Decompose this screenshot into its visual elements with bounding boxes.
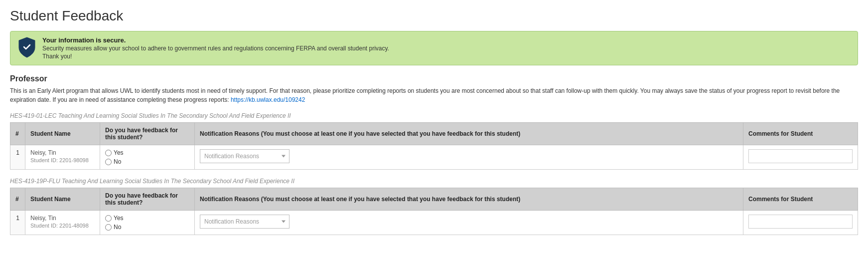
yes-radio-1[interactable] bbox=[105, 150, 112, 156]
feedback-radio-group-1: Yes No bbox=[105, 149, 189, 165]
notification-select-1[interactable]: Notification Reasons bbox=[200, 149, 289, 163]
student-id-1: Student ID: 2201-98098 bbox=[30, 157, 95, 163]
no-radio-label-1[interactable]: No bbox=[105, 158, 189, 165]
col-notification-header: Notification Reasons (You must choose at… bbox=[195, 123, 743, 145]
no-radio-1[interactable] bbox=[105, 159, 112, 165]
course-2-section: HES-419-19P-FLU Teaching And Learning So… bbox=[10, 178, 858, 235]
no-label-2: No bbox=[114, 224, 121, 231]
no-radio-label-2[interactable]: No bbox=[105, 224, 189, 231]
shield-icon bbox=[17, 36, 36, 55]
row-num-1: 1 bbox=[10, 145, 25, 170]
notification-select-2[interactable]: Notification Reasons bbox=[200, 215, 289, 229]
security-line2: Thank you! bbox=[42, 53, 389, 60]
comments-input-2[interactable] bbox=[748, 215, 853, 229]
col-num-header: # bbox=[10, 123, 25, 145]
course-2-table: # Student Name Do you have feedback for … bbox=[10, 188, 858, 235]
security-line1: Security measures allow your school to a… bbox=[42, 45, 389, 52]
professor-heading: Professor bbox=[10, 74, 858, 83]
comments-cell-1 bbox=[743, 145, 858, 170]
col-comments-header-2: Comments for Student bbox=[743, 188, 858, 211]
notification-select-wrapper-2: Notification Reasons bbox=[200, 215, 289, 229]
student-name-cell-2: Neisy, Tin Student ID: 2201-48098 bbox=[25, 211, 100, 235]
row-num-2: 1 bbox=[10, 211, 25, 235]
yes-label-1: Yes bbox=[114, 149, 124, 156]
student-id-2: Student ID: 2201-48098 bbox=[30, 223, 95, 229]
no-radio-2[interactable] bbox=[105, 224, 112, 231]
col-name-header-2: Student Name bbox=[25, 188, 100, 211]
table-row: 1 Neisy, Tin Student ID: 2201-98098 Yes … bbox=[10, 145, 858, 170]
professor-description: This is an Early Alert program that allo… bbox=[10, 86, 858, 104]
course-1-title: HES-419-01-LEC Teaching And Learning Soc… bbox=[10, 112, 858, 119]
feedback-cell-2: Yes No bbox=[100, 211, 195, 235]
course-1-section: HES-419-01-LEC Teaching And Learning Soc… bbox=[10, 112, 858, 170]
student-name-2: Neisy, Tin bbox=[30, 215, 95, 222]
notification-select-wrapper-1: Notification Reasons bbox=[200, 149, 289, 163]
security-banner: Your information is secure. Security mea… bbox=[10, 31, 858, 65]
yes-label-2: Yes bbox=[114, 215, 124, 222]
professor-section: Professor This is an Early Alert program… bbox=[10, 74, 858, 104]
yes-radio-label-1[interactable]: Yes bbox=[105, 149, 189, 156]
no-label-1: No bbox=[114, 158, 121, 165]
page-title: Student Feedback bbox=[10, 8, 858, 24]
table-header-row-2: # Student Name Do you have feedback for … bbox=[10, 188, 858, 211]
feedback-radio-group-2: Yes No bbox=[105, 215, 189, 231]
feedback-cell-1: Yes No bbox=[100, 145, 195, 170]
col-feedback-header-2: Do you have feedback for this student? bbox=[100, 188, 195, 211]
course-1-table: # Student Name Do you have feedback for … bbox=[10, 122, 858, 170]
student-name-1: Neisy, Tin bbox=[30, 149, 95, 156]
security-text: Your information is secure. Security mea… bbox=[42, 36, 389, 60]
col-feedback-header: Do you have feedback for this student? bbox=[100, 123, 195, 145]
col-comments-header: Comments for Student bbox=[743, 123, 858, 145]
student-name-cell-1: Neisy, Tin Student ID: 2201-98098 bbox=[25, 145, 100, 170]
col-name-header: Student Name bbox=[25, 123, 100, 145]
comments-input-1[interactable] bbox=[748, 149, 853, 163]
security-title: Your information is secure. bbox=[42, 36, 126, 44]
col-notification-header-2: Notification Reasons (You must choose at… bbox=[195, 188, 743, 211]
comments-cell-2 bbox=[743, 211, 858, 235]
kb-link[interactable]: https://kb.uwlax.edu/109242 bbox=[231, 96, 305, 103]
course-2-title: HES-419-19P-FLU Teaching And Learning So… bbox=[10, 178, 858, 185]
yes-radio-2[interactable] bbox=[105, 215, 112, 222]
table-header-row: # Student Name Do you have feedback for … bbox=[10, 123, 858, 145]
table-row-2: 1 Neisy, Tin Student ID: 2201-48098 Yes … bbox=[10, 211, 858, 235]
notification-cell-2: Notification Reasons bbox=[195, 211, 743, 235]
col-num-header-2: # bbox=[10, 188, 25, 211]
yes-radio-label-2[interactable]: Yes bbox=[105, 215, 189, 222]
notification-cell-1: Notification Reasons bbox=[195, 145, 743, 170]
